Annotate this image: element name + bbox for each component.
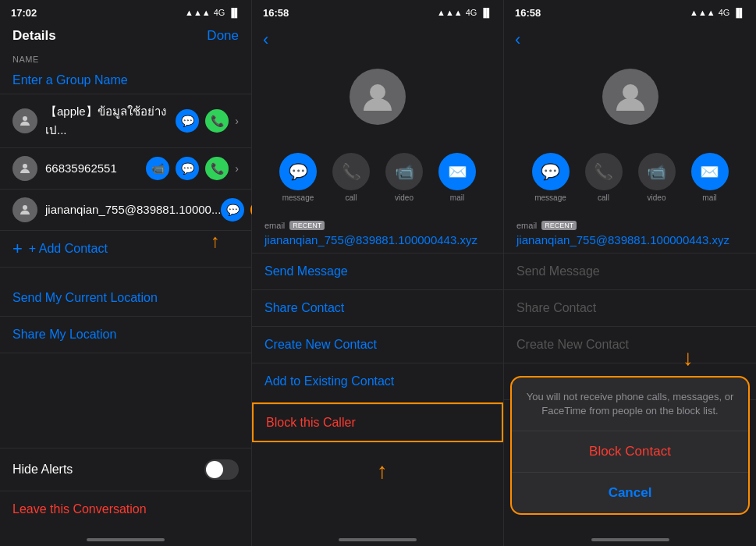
home-bar-3 <box>591 538 669 541</box>
contact-actions-1: 💬 📞 › <box>176 109 239 133</box>
email-value-2[interactable]: jiananqian_755@839881.100000443.xyz <box>264 233 491 246</box>
message-circle-btn-2[interactable]: 💬 <box>279 153 317 190</box>
call-label-2: call <box>345 193 357 202</box>
done-button[interactable]: Done <box>207 28 239 44</box>
email-value-3[interactable]: jiananqian_755@839881.100000443.xyz <box>516 233 744 246</box>
signal-icon-1: ▲▲▲ <box>185 8 211 17</box>
contact-avatar-2 <box>12 156 37 181</box>
message-label-2: message <box>282 193 314 202</box>
hide-alerts-row[interactable]: Hide Alerts <box>0 448 251 491</box>
contact-info-1: 【apple】ข้อมูลใช้อย่างเป... <box>45 102 176 140</box>
home-bar-1 <box>87 538 165 541</box>
contact-row-3[interactable]: jiananqian_755@839881.10000... 💬 › ↑ <box>0 190 251 231</box>
video-circle-btn-3[interactable]: 📹 <box>638 153 676 190</box>
status-icons-3: ▲▲▲ 4G ▐▌ <box>690 8 745 17</box>
signal-icon-3: ▲▲▲ <box>690 8 715 17</box>
network-type-1: 4G <box>214 8 225 17</box>
profile-section-2 <box>252 56 503 147</box>
action-call-2[interactable]: 📞 call <box>332 153 370 202</box>
contact-name-3: jiananqian_755@839881.10000... <box>45 203 221 216</box>
send-location-item[interactable]: Send My Current Location <box>0 280 251 317</box>
message-btn-2[interactable]: 💬 <box>176 157 199 180</box>
video-circle-btn-2[interactable]: 📹 <box>385 153 423 190</box>
status-time-2: 16:58 <box>263 7 289 19</box>
mail-circle-btn-2[interactable]: ✉️ <box>438 153 476 190</box>
block-caller-item-2[interactable]: Block this Caller <box>254 404 502 441</box>
call-label-3: call <box>598 193 609 202</box>
mail-circle-btn-3[interactable]: ✉️ <box>691 153 729 190</box>
status-time-3: 16:58 <box>515 7 541 19</box>
battery-icon-3: ▐▌ <box>733 8 745 17</box>
send-message-item-2[interactable]: Send Message <box>252 253 503 289</box>
contact-info-3: jiananqian_755@839881.10000... <box>45 203 221 217</box>
contact-name-2: 66835962551 <box>45 161 117 175</box>
add-contact-label[interactable]: + Add Contact <box>29 242 108 256</box>
block-dialog-text: You will not receive phone calls, messag… <box>512 378 748 431</box>
call-btn-1[interactable]: 📞 <box>205 109 229 133</box>
block-contact-confirm-button[interactable]: Block Contact <box>512 431 748 473</box>
call-btn-2[interactable]: 📞 <box>205 157 229 180</box>
battery-icon-2: ▐▌ <box>480 8 492 17</box>
contact-row-2[interactable]: 66835962551 📹 💬 📞 › <box>0 148 251 190</box>
share-location-item[interactable]: Share My Location <box>0 317 251 353</box>
home-indicator-2 <box>252 527 503 546</box>
create-new-contact-item-2[interactable]: Create New Contact <box>252 326 503 363</box>
home-indicator-1 <box>0 527 251 546</box>
call-circle-btn-3[interactable]: 📞 <box>585 153 623 190</box>
svg-point-2 <box>23 205 27 210</box>
add-plus-icon: + <box>12 239 23 259</box>
profile-section-3 <box>504 56 756 147</box>
hide-alerts-toggle[interactable] <box>204 459 239 480</box>
send-message-item-3: Send Message <box>504 253 756 289</box>
recent-badge-2: RECENT <box>289 221 325 230</box>
home-bar-2 <box>339 538 417 541</box>
video-btn-2[interactable]: 📹 <box>146 157 169 180</box>
arrow-annotation-1: ↑ <box>211 230 220 252</box>
panel2-header: ‹ <box>252 23 503 56</box>
panel-contact-detail: 16:58 ▲▲▲ 4G ▐▌ ‹ 💬 message 📞 call 📹 vid… <box>252 0 504 546</box>
profile-avatar-2 <box>350 69 406 125</box>
status-bar-1: 17:02 ▲▲▲ 4G ▐▌ <box>0 0 251 23</box>
mail-label-3: mail <box>702 193 716 202</box>
action-video-2[interactable]: 📹 video <box>385 153 423 202</box>
video-label-2: video <box>395 193 413 202</box>
arrow-annotation-3: ↓ <box>683 346 694 370</box>
contact-actions-2: 📹 💬 📞 › <box>146 157 239 180</box>
email-label-row-3: email RECENT <box>516 221 744 230</box>
back-arrow-icon-3[interactable]: ‹ <box>515 30 520 50</box>
block-contact-cancel-button[interactable]: Cancel <box>512 473 748 513</box>
message-circle-btn-3[interactable]: 💬 <box>532 153 570 190</box>
battery-icon-1: ▐▌ <box>228 8 240 17</box>
action-message-2[interactable]: 💬 message <box>279 153 317 202</box>
group-name-input[interactable]: Enter a Group Name <box>0 67 251 94</box>
action-call-3[interactable]: 📞 call <box>585 153 623 202</box>
share-contact-item-2[interactable]: Share Contact <box>252 289 503 326</box>
back-arrow-icon[interactable]: ‹ <box>263 30 268 50</box>
call-circle-btn-2[interactable]: 📞 <box>332 153 370 190</box>
email-label-3: email <box>516 221 537 230</box>
svg-point-4 <box>623 84 638 100</box>
contact-row-1[interactable]: 【apple】ข้อมูลใช้อย่างเป... 💬 📞 › <box>0 94 251 148</box>
email-section-2: email RECENT jiananqian_755@839881.10000… <box>252 214 503 253</box>
toggle-knob <box>206 461 223 478</box>
status-bar-3: 16:58 ▲▲▲ 4G ▐▌ <box>504 0 756 23</box>
action-video-3[interactable]: 📹 video <box>638 153 676 202</box>
panel1-header: Details Done <box>0 23 251 50</box>
block-contact-dialog: You will not receive phone calls, messag… <box>510 376 750 515</box>
chevron-1: › <box>235 115 239 127</box>
recent-badge-3: RECENT <box>541 221 577 230</box>
email-label-2: email <box>264 221 285 230</box>
panel-details: 17:02 ▲▲▲ 4G ▐▌ Details Done NAME Enter … <box>0 0 252 546</box>
message-btn-3[interactable]: 💬 <box>221 198 244 222</box>
message-btn-1[interactable]: 💬 <box>176 109 199 133</box>
status-icons-1: ▲▲▲ 4G ▐▌ <box>185 8 240 17</box>
contact-avatar-3 <box>12 197 37 222</box>
action-message-3[interactable]: 💬 message <box>532 153 570 202</box>
action-mail-3[interactable]: ✉️ mail <box>691 153 729 202</box>
svg-point-1 <box>23 164 27 168</box>
email-label-row-2: email RECENT <box>264 221 491 230</box>
leave-conversation-item[interactable]: Leave this Conversation <box>0 491 251 527</box>
add-existing-contact-item-2[interactable]: Add to Existing Contact <box>252 363 503 399</box>
panel3-header: ‹ <box>504 23 756 56</box>
action-mail-2[interactable]: ✉️ mail <box>438 153 476 202</box>
